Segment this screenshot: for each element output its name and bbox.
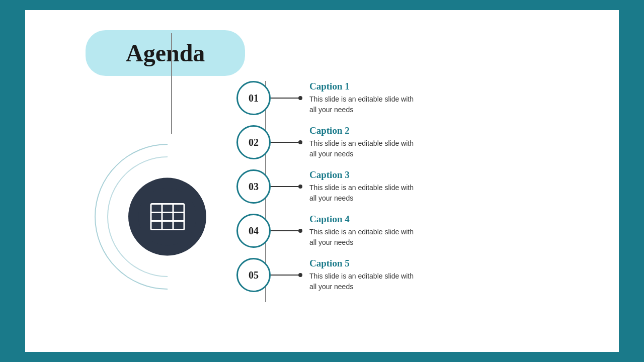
item-caption-3: Caption 3 bbox=[309, 169, 420, 180]
item-caption-1: Caption 1 bbox=[309, 81, 420, 92]
slide-container: Agenda bbox=[25, 10, 619, 352]
circle-node-2: 02 bbox=[236, 125, 271, 159]
item-caption-2: Caption 2 bbox=[309, 125, 420, 136]
item-text-3: Caption 3 This slide is an editable slid… bbox=[309, 169, 420, 204]
connector-dot-5 bbox=[298, 273, 302, 277]
connector-line-4 bbox=[271, 230, 298, 231]
connector-dot-3 bbox=[298, 185, 302, 189]
timeline-area: 01 Caption 1 This slide is an editable s… bbox=[216, 81, 619, 302]
connector-line-1 bbox=[271, 98, 298, 99]
circle-node-5: 05 bbox=[236, 258, 271, 292]
left-icon-area bbox=[25, 81, 216, 352]
connector-dot-4 bbox=[298, 229, 302, 233]
connector-line-5 bbox=[271, 275, 298, 276]
circle-node-1: 01 bbox=[236, 81, 271, 115]
item-text-4: Caption 4 This slide is an editable slid… bbox=[309, 214, 420, 248]
circle-node-4: 04 bbox=[236, 214, 271, 248]
item-description-4: This slide is an editable slide with all… bbox=[309, 227, 420, 248]
title-pill: Agenda bbox=[86, 30, 245, 76]
item-description-1: This slide is an editable slide with all… bbox=[309, 94, 420, 115]
timeline-item: 02 Caption 2 This slide is an editable s… bbox=[236, 125, 420, 159]
timeline-item: 01 Caption 1 This slide is an editable s… bbox=[236, 81, 420, 115]
grid-icon bbox=[150, 203, 185, 230]
item-caption-4: Caption 4 bbox=[309, 214, 420, 225]
icon-circle bbox=[128, 177, 206, 255]
item-description-2: This slide is an editable slide with all… bbox=[309, 138, 420, 159]
svg-rect-0 bbox=[151, 204, 184, 229]
circle-node-3: 03 bbox=[236, 169, 271, 204]
timeline-item: 04 Caption 4 This slide is an editable s… bbox=[236, 214, 420, 248]
icon-circle-inner bbox=[138, 188, 196, 245]
page-title: Agenda bbox=[126, 40, 205, 66]
timeline-item: 03 Caption 3 This slide is an editable s… bbox=[236, 169, 420, 204]
content-area: 01 Caption 1 This slide is an editable s… bbox=[25, 81, 619, 352]
title-to-icon-line bbox=[171, 33, 172, 134]
connector-line-3 bbox=[271, 186, 298, 187]
item-caption-5: Caption 5 bbox=[309, 258, 420, 269]
item-description-5: This slide is an editable slide with all… bbox=[309, 271, 420, 292]
timeline-items: 01 Caption 1 This slide is an editable s… bbox=[236, 81, 420, 302]
item-text-5: Caption 5 This slide is an editable slid… bbox=[309, 258, 420, 292]
timeline-item: 05 Caption 5 This slide is an editable s… bbox=[236, 258, 420, 292]
item-text-1: Caption 1 This slide is an editable slid… bbox=[309, 81, 420, 115]
item-description-3: This slide is an editable slide with all… bbox=[309, 183, 420, 204]
connector-dot-1 bbox=[298, 96, 302, 100]
connector-line-2 bbox=[271, 142, 298, 143]
connector-dot-2 bbox=[298, 140, 302, 144]
item-text-2: Caption 2 This slide is an editable slid… bbox=[309, 125, 420, 159]
